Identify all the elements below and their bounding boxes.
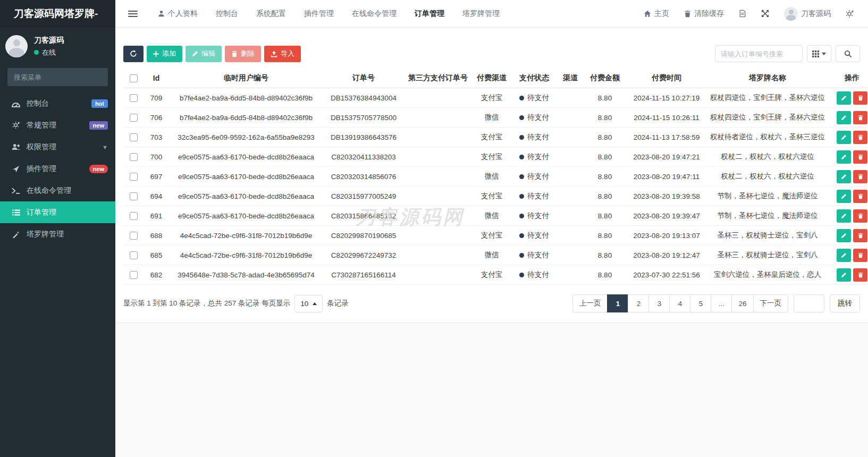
row-edit-button[interactable]	[837, 150, 851, 164]
refresh-button[interactable]	[123, 46, 144, 62]
row-delete-button[interactable]	[853, 170, 867, 183]
cell-tarot-names: 节制，圣杯七逆位，魔法师逆位	[707, 206, 828, 226]
row-delete-button[interactable]	[853, 249, 867, 262]
row-edit-button[interactable]	[837, 190, 851, 203]
row-delete-button[interactable]	[853, 91, 867, 105]
jump-button[interactable]: 跳转	[830, 294, 860, 312]
docs-button[interactable]	[732, 5, 753, 22]
home-link[interactable]: 主页	[637, 5, 676, 23]
delete-button[interactable]: 删除	[225, 46, 261, 62]
topbar-tab[interactable]: 控制台	[208, 5, 246, 23]
topbar-tab[interactable]: 插件管理	[297, 5, 341, 23]
sidebar-item-4[interactable]: 插件管理new	[0, 158, 115, 180]
row-edit-button[interactable]	[837, 170, 851, 183]
row-checkbox[interactable]	[130, 114, 138, 122]
search-button[interactable]	[836, 45, 860, 62]
column-header[interactable]: 临时用户编号	[169, 69, 323, 88]
cell-amount: 8.80	[584, 226, 626, 246]
column-header[interactable]: 付费金额	[584, 69, 626, 88]
page-button-1[interactable]: 1	[607, 294, 628, 312]
row-edit-button[interactable]	[837, 131, 851, 144]
cell-id: 703	[144, 128, 169, 147]
row-checkbox[interactable]	[130, 251, 138, 259]
menu-search-input[interactable]	[14, 73, 107, 81]
column-header[interactable]: 支付状态	[511, 69, 557, 88]
user-menu[interactable]: 刀客源码	[778, 3, 837, 25]
page-button-3[interactable]: 3	[648, 294, 670, 312]
row-delete-button[interactable]	[853, 190, 867, 203]
select-all-checkbox[interactable]	[130, 74, 138, 82]
sidebar-item-6[interactable]: 订单管理	[0, 201, 115, 223]
sidebar-item-2[interactable]: 常规管理new	[0, 114, 115, 136]
row-edit-button[interactable]	[837, 268, 851, 282]
sidebar-avatar[interactable]	[5, 35, 28, 57]
column-header[interactable]: 订单号	[323, 69, 404, 88]
add-button[interactable]: 添加	[147, 46, 182, 62]
cell-amount: 8.80	[584, 187, 626, 206]
topbar-tab[interactable]: 塔罗牌管理	[455, 5, 507, 23]
sidebar-item-3[interactable]: 权限管理▼	[0, 136, 115, 158]
column-header[interactable]: 第三方支付订单号	[404, 69, 472, 88]
topbar-tab[interactable]: 系统配置	[249, 5, 293, 23]
row-edit-button[interactable]	[837, 249, 851, 262]
column-header[interactable]: 操作	[828, 69, 868, 88]
sidebar-item-5[interactable]: 在线命令管理	[0, 180, 115, 201]
sidebar-username: 刀客源码	[34, 36, 64, 45]
row-edit-button[interactable]	[837, 91, 851, 105]
sidebar-item-7[interactable]: 塔罗牌管理	[0, 223, 115, 245]
upload-icon	[271, 50, 277, 57]
topbar-tab[interactable]: 个人资料	[150, 5, 205, 23]
row-edit-button[interactable]	[837, 209, 851, 223]
order-search-input[interactable]	[715, 45, 803, 62]
sidebar-toggle-icon[interactable]	[123, 5, 143, 23]
sidebar-item-label: 订单管理	[27, 208, 108, 217]
row-delete-button[interactable]	[853, 209, 867, 223]
row-checkbox[interactable]	[130, 271, 138, 279]
row-delete-button[interactable]	[853, 131, 867, 144]
row-checkbox[interactable]	[130, 232, 138, 240]
row-select-cell	[123, 88, 144, 108]
page-button-2[interactable]: 2	[628, 294, 649, 312]
fullscreen-button[interactable]	[755, 5, 776, 22]
row-checkbox[interactable]	[130, 212, 138, 220]
import-button[interactable]: 导入	[264, 46, 301, 62]
cell-third-party-no	[404, 147, 472, 167]
status-dot-icon	[519, 233, 524, 238]
prev-page-button[interactable]: 上一页	[572, 294, 608, 312]
page-button-...[interactable]: ...	[711, 294, 732, 312]
row-checkbox[interactable]	[130, 173, 138, 181]
row-checkbox[interactable]	[130, 94, 138, 102]
edit-button[interactable]: 编辑	[186, 46, 222, 62]
jump-page-input[interactable]	[794, 294, 824, 312]
next-page-button[interactable]: 下一页	[753, 294, 789, 312]
table-row: 6854e4c5cad-72be-c9f6-31f8-7012b19b6d9eC…	[123, 246, 868, 265]
column-header[interactable]: 渠道	[557, 69, 584, 88]
row-checkbox[interactable]	[130, 192, 138, 200]
pagination-info: 显示第 1 到第 10 条记录，总共 257 条记录 每页显示	[123, 299, 290, 308]
column-header[interactable]: Id	[144, 69, 169, 88]
row-edit-button[interactable]	[837, 111, 851, 124]
page-button-5[interactable]: 5	[690, 294, 711, 312]
row-delete-button[interactable]	[853, 111, 867, 124]
column-header[interactable]: 付费时间	[626, 69, 707, 88]
topbar-tab[interactable]: 订单管理	[407, 5, 452, 23]
row-delete-button[interactable]	[853, 229, 867, 242]
settings-button[interactable]	[839, 5, 861, 22]
topbar-tab[interactable]: 在线命令管理	[344, 5, 404, 23]
row-delete-button[interactable]	[853, 268, 867, 282]
row-checkbox[interactable]	[130, 153, 138, 161]
brand-logo[interactable]: 刀客源码网塔罗牌-	[0, 0, 115, 28]
page-button-4[interactable]: 4	[669, 294, 690, 312]
gears-icon	[10, 121, 22, 129]
row-edit-button[interactable]	[837, 229, 851, 242]
clear-cache-button[interactable]: 清除缓存	[678, 5, 730, 23]
cell-channel	[557, 88, 584, 108]
column-header[interactable]: 塔罗牌名称	[707, 69, 828, 88]
page-size-select[interactable]: 10	[294, 295, 323, 312]
sidebar-item-1[interactable]: 控制台hot	[0, 92, 115, 114]
column-header[interactable]: 付费渠道	[472, 69, 511, 88]
row-checkbox[interactable]	[130, 133, 138, 141]
page-button-26[interactable]: 26	[731, 294, 753, 312]
columns-toggle-button[interactable]	[807, 45, 831, 62]
row-delete-button[interactable]	[853, 150, 867, 164]
